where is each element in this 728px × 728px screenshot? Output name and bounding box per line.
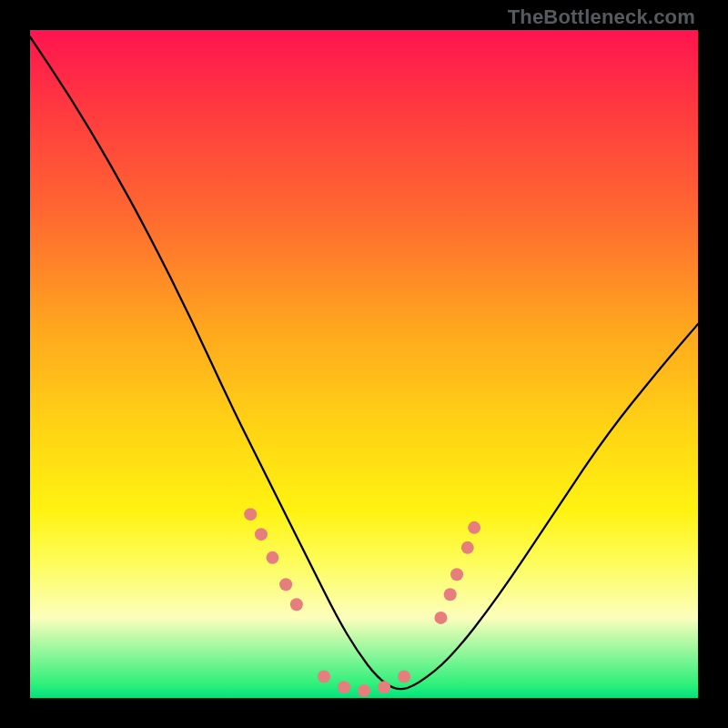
data-marker [358,684,370,697]
chart-svg [30,30,698,698]
data-marker [444,588,457,601]
bottleneck-curve [30,36,698,689]
data-marker [468,521,480,534]
chart-stage: TheBottleneck.com [0,0,728,728]
data-marker [255,528,268,541]
data-marker [244,508,257,521]
data-marker [434,612,447,624]
attribution-watermark: TheBottleneck.com [508,5,695,29]
data-marker [279,578,292,591]
data-marker [398,671,410,683]
marker-group [244,508,480,697]
data-marker [450,568,463,581]
plot-area [30,30,698,698]
data-marker [461,541,474,554]
data-marker [290,598,303,611]
data-marker [338,681,350,693]
data-marker [318,671,330,683]
data-marker [266,551,278,564]
data-marker [378,681,390,693]
